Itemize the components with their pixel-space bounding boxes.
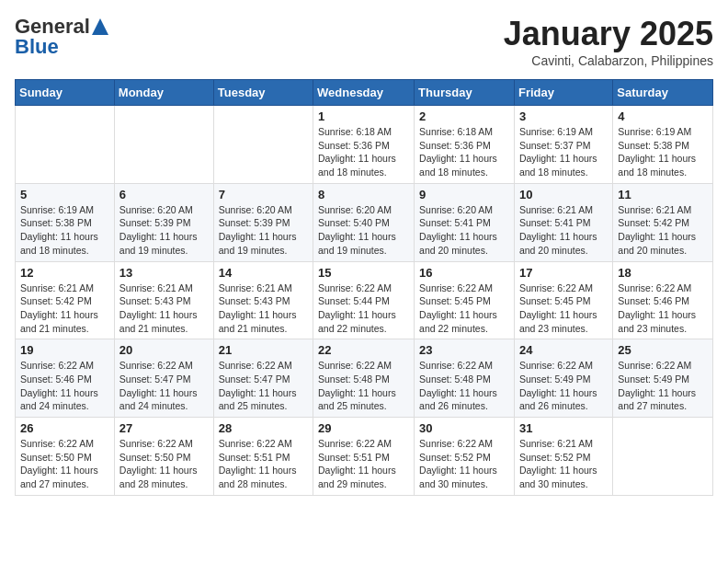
- day-number: 22: [318, 343, 409, 357]
- calendar-cell: 11Sunrise: 6:21 AMSunset: 5:42 PMDayligh…: [613, 183, 713, 261]
- calendar-week-row: 5Sunrise: 6:19 AMSunset: 5:38 PMDaylight…: [16, 183, 713, 261]
- day-number: 1: [318, 109, 409, 123]
- weekday-header-monday: Monday: [114, 80, 213, 106]
- weekday-header-friday: Friday: [514, 80, 612, 106]
- day-info: Sunrise: 6:22 AMSunset: 5:46 PMDaylight:…: [618, 282, 708, 336]
- calendar-cell: 17Sunrise: 6:22 AMSunset: 5:45 PMDayligh…: [514, 261, 612, 339]
- day-number: 8: [318, 188, 409, 201]
- day-info: Sunrise: 6:21 AMSunset: 5:43 PMDaylight:…: [219, 282, 308, 336]
- day-info: Sunrise: 6:22 AMSunset: 5:45 PMDaylight:…: [519, 282, 608, 336]
- day-info: Sunrise: 6:22 AMSunset: 5:52 PMDaylight:…: [419, 437, 509, 491]
- day-info: Sunrise: 6:19 AMSunset: 5:38 PMDaylight:…: [20, 203, 109, 258]
- day-info: Sunrise: 6:22 AMSunset: 5:51 PMDaylight:…: [219, 437, 308, 491]
- calendar-table: SundayMondayTuesdayWednesdayThursdayFrid…: [15, 79, 713, 496]
- location-subtitle: Cavinti, Calabarzon, Philippines: [504, 53, 713, 68]
- day-number: 9: [419, 188, 509, 201]
- day-info: Sunrise: 6:22 AMSunset: 5:47 PMDaylight:…: [119, 359, 209, 413]
- calendar-cell: 28Sunrise: 6:22 AMSunset: 5:51 PMDayligh…: [213, 418, 313, 496]
- calendar-cell: 6Sunrise: 6:20 AMSunset: 5:39 PMDaylight…: [114, 183, 213, 261]
- calendar-body: 1Sunrise: 6:18 AMSunset: 5:36 PMDaylight…: [16, 106, 713, 496]
- day-number: 27: [119, 421, 209, 435]
- day-info: Sunrise: 6:19 AMSunset: 5:38 PMDaylight:…: [618, 125, 708, 179]
- calendar-cell: 12Sunrise: 6:21 AMSunset: 5:42 PMDayligh…: [16, 261, 115, 339]
- calendar-cell: 8Sunrise: 6:20 AMSunset: 5:40 PMDaylight…: [313, 183, 415, 261]
- calendar-cell: 1Sunrise: 6:18 AMSunset: 5:36 PMDaylight…: [313, 106, 415, 184]
- calendar-cell: 31Sunrise: 6:21 AMSunset: 5:52 PMDayligh…: [514, 418, 612, 496]
- calendar-cell: 3Sunrise: 6:19 AMSunset: 5:37 PMDaylight…: [514, 106, 612, 184]
- calendar-cell: 18Sunrise: 6:22 AMSunset: 5:46 PMDayligh…: [613, 261, 713, 339]
- day-number: 28: [219, 421, 308, 435]
- day-info: Sunrise: 6:22 AMSunset: 5:49 PMDaylight:…: [519, 359, 608, 413]
- day-number: 14: [219, 266, 308, 280]
- day-number: 12: [20, 266, 109, 280]
- day-number: 10: [519, 188, 608, 201]
- day-info: Sunrise: 6:22 AMSunset: 5:50 PMDaylight:…: [20, 437, 109, 491]
- weekday-header-saturday: Saturday: [613, 80, 713, 106]
- calendar-cell: 30Sunrise: 6:22 AMSunset: 5:52 PMDayligh…: [415, 418, 515, 496]
- calendar-cell: 9Sunrise: 6:20 AMSunset: 5:41 PMDaylight…: [415, 183, 515, 261]
- day-number: 6: [119, 188, 209, 201]
- calendar-cell: 22Sunrise: 6:22 AMSunset: 5:48 PMDayligh…: [313, 339, 415, 418]
- day-number: 30: [419, 421, 509, 435]
- logo: General Blue: [15, 15, 108, 59]
- logo-blue-text: Blue: [15, 35, 59, 59]
- weekday-header-thursday: Thursday: [415, 80, 515, 106]
- calendar-cell: 20Sunrise: 6:22 AMSunset: 5:47 PMDayligh…: [114, 339, 213, 418]
- day-info: Sunrise: 6:22 AMSunset: 5:48 PMDaylight:…: [419, 359, 509, 413]
- day-number: 3: [519, 109, 608, 123]
- day-info: Sunrise: 6:21 AMSunset: 5:41 PMDaylight:…: [519, 203, 608, 258]
- day-number: 25: [618, 343, 708, 357]
- day-info: Sunrise: 6:21 AMSunset: 5:43 PMDaylight:…: [119, 282, 209, 336]
- day-number: 21: [219, 343, 308, 357]
- day-number: 18: [618, 266, 708, 280]
- calendar-header-row: SundayMondayTuesdayWednesdayThursdayFrid…: [16, 80, 713, 106]
- calendar-cell: 19Sunrise: 6:22 AMSunset: 5:46 PMDayligh…: [16, 339, 115, 418]
- day-number: 29: [318, 421, 409, 435]
- calendar-cell: 13Sunrise: 6:21 AMSunset: 5:43 PMDayligh…: [114, 261, 213, 339]
- calendar-week-row: 19Sunrise: 6:22 AMSunset: 5:46 PMDayligh…: [16, 339, 713, 418]
- weekday-header-wednesday: Wednesday: [313, 80, 415, 106]
- svg-marker-0: [92, 18, 108, 35]
- day-number: 17: [519, 266, 608, 280]
- day-info: Sunrise: 6:21 AMSunset: 5:42 PMDaylight:…: [618, 203, 708, 258]
- day-info: Sunrise: 6:19 AMSunset: 5:37 PMDaylight:…: [519, 125, 608, 179]
- day-info: Sunrise: 6:21 AMSunset: 5:52 PMDaylight:…: [519, 437, 608, 491]
- calendar-cell: 14Sunrise: 6:21 AMSunset: 5:43 PMDayligh…: [213, 261, 313, 339]
- day-info: Sunrise: 6:22 AMSunset: 5:51 PMDaylight:…: [318, 437, 409, 491]
- title-block: January 2025 Cavinti, Calabarzon, Philip…: [504, 15, 713, 68]
- calendar-week-row: 12Sunrise: 6:21 AMSunset: 5:42 PMDayligh…: [16, 261, 713, 339]
- day-number: 31: [519, 421, 608, 435]
- day-info: Sunrise: 6:22 AMSunset: 5:46 PMDaylight:…: [20, 359, 109, 413]
- calendar-cell: [16, 106, 115, 184]
- calendar-cell: 7Sunrise: 6:20 AMSunset: 5:39 PMDaylight…: [213, 183, 313, 261]
- calendar-cell: 26Sunrise: 6:22 AMSunset: 5:50 PMDayligh…: [16, 418, 115, 496]
- day-number: 23: [419, 343, 509, 357]
- month-title: January 2025: [504, 15, 713, 53]
- day-info: Sunrise: 6:22 AMSunset: 5:47 PMDaylight:…: [219, 359, 308, 413]
- day-number: 13: [119, 266, 209, 280]
- calendar-cell: 23Sunrise: 6:22 AMSunset: 5:48 PMDayligh…: [415, 339, 515, 418]
- day-info: Sunrise: 6:21 AMSunset: 5:42 PMDaylight:…: [20, 282, 109, 336]
- calendar-cell: 25Sunrise: 6:22 AMSunset: 5:49 PMDayligh…: [613, 339, 713, 418]
- calendar-cell: [213, 106, 313, 184]
- day-info: Sunrise: 6:22 AMSunset: 5:50 PMDaylight:…: [119, 437, 209, 491]
- day-info: Sunrise: 6:22 AMSunset: 5:48 PMDaylight:…: [318, 359, 409, 413]
- calendar-cell: 24Sunrise: 6:22 AMSunset: 5:49 PMDayligh…: [514, 339, 612, 418]
- day-number: 5: [20, 188, 109, 201]
- day-info: Sunrise: 6:20 AMSunset: 5:41 PMDaylight:…: [419, 203, 509, 258]
- day-number: 26: [20, 421, 109, 435]
- calendar-cell: 29Sunrise: 6:22 AMSunset: 5:51 PMDayligh…: [313, 418, 415, 496]
- day-number: 16: [419, 266, 509, 280]
- day-info: Sunrise: 6:22 AMSunset: 5:44 PMDaylight:…: [318, 282, 409, 336]
- day-info: Sunrise: 6:18 AMSunset: 5:36 PMDaylight:…: [318, 125, 409, 179]
- day-info: Sunrise: 6:18 AMSunset: 5:36 PMDaylight:…: [419, 125, 509, 179]
- day-number: 20: [119, 343, 209, 357]
- day-number: 7: [219, 188, 308, 201]
- calendar-cell: 10Sunrise: 6:21 AMSunset: 5:41 PMDayligh…: [514, 183, 612, 261]
- day-number: 24: [519, 343, 608, 357]
- calendar-cell: 15Sunrise: 6:22 AMSunset: 5:44 PMDayligh…: [313, 261, 415, 339]
- calendar-cell: 5Sunrise: 6:19 AMSunset: 5:38 PMDaylight…: [16, 183, 115, 261]
- calendar-cell: [613, 418, 713, 496]
- logo-triangle-icon: [92, 18, 108, 35]
- calendar-cell: 16Sunrise: 6:22 AMSunset: 5:45 PMDayligh…: [415, 261, 515, 339]
